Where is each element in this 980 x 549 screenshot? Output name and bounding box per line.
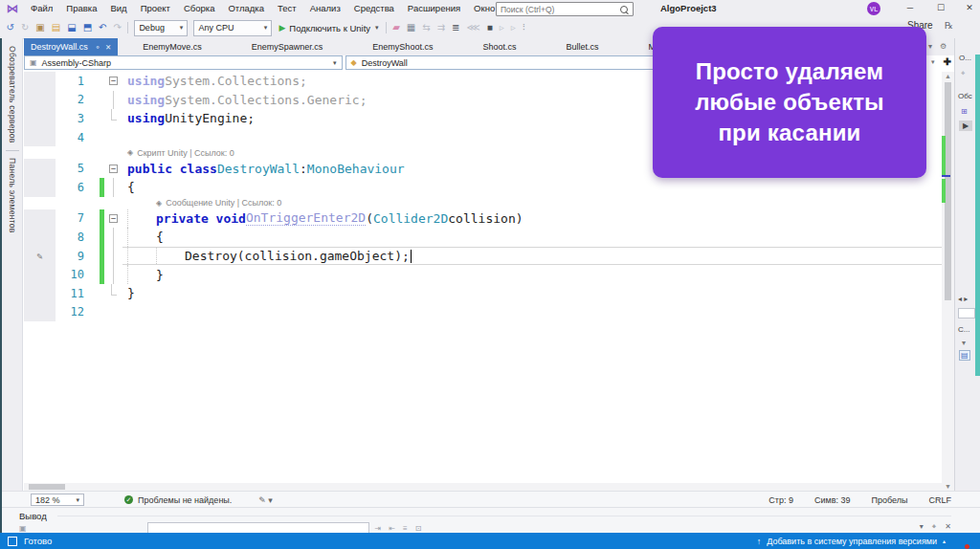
dropdown-arrow-icon[interactable]: ▾	[962, 339, 966, 347]
open-file-icon[interactable]: ▤	[52, 18, 60, 37]
sync-icon[interactable]: ⊞	[961, 107, 968, 116]
fold-margin[interactable]: −	[104, 72, 122, 91]
code-line-7[interactable]: 7−private void OnTriggerEnter2D(Collider…	[24, 209, 942, 229]
bookmark-prev-icon[interactable]: ▹	[500, 18, 504, 37]
close-button[interactable]: ✕	[959, 0, 980, 15]
undo-icon[interactable]: ↶	[99, 18, 106, 37]
output-action-icon[interactable]: ⊡	[415, 524, 422, 533]
code-line-10[interactable]: 10}	[24, 265, 942, 284]
horizontal-scrollbar[interactable]	[24, 483, 942, 491]
platform-dropdown[interactable]: Any CPU▾	[193, 20, 272, 36]
code-line-12[interactable]: 12	[24, 303, 942, 322]
dock-tab-toolbox[interactable]: Панель элементов	[8, 158, 17, 233]
menu-item[interactable]: Тест	[271, 0, 303, 17]
output-action-icon[interactable]: ≡	[403, 524, 408, 533]
scroll-up-icon[interactable]: ▲	[945, 72, 951, 80]
dock-tab-server-explorer[interactable]: Обозреватель серверов	[8, 46, 17, 143]
comment-icon[interactable]: ⋘	[466, 18, 479, 37]
code-text[interactable]: }	[122, 265, 942, 284]
codelens-row[interactable]: ◈Сообщение Unity | Ссылок: 0	[24, 197, 942, 209]
tab-enemyshoot-cs[interactable]: EnemyShoot.cs	[347, 38, 457, 55]
quick-search[interactable]	[496, 2, 634, 16]
code-text[interactable]: {	[122, 228, 942, 247]
performance-icon[interactable]: ▦	[407, 18, 415, 37]
navigate-forward-icon[interactable]: ↻	[21, 18, 29, 37]
avatar[interactable]: VL	[867, 2, 880, 15]
gear-icon[interactable]: ⚙	[940, 42, 947, 51]
code-text[interactable]: Destroy(collision.gameObject);	[122, 247, 942, 266]
position-segment[interactable]: CRLF	[928, 495, 951, 505]
code-line-9[interactable]: ✎9Destroy(collision.gameObject);	[24, 247, 942, 266]
code-text[interactable]: }	[122, 284, 942, 303]
tab-shoot-cs[interactable]: Shoot.cs	[457, 38, 541, 55]
navigate-back-icon[interactable]: ↺	[7, 18, 14, 37]
zoom-dropdown[interactable]: 182 %▾	[31, 494, 84, 506]
code-line-8[interactable]: 8{	[24, 228, 942, 247]
tab-enemyspawner-cs[interactable]: EnemySpawner.cs	[227, 38, 348, 55]
notifications-button[interactable]	[967, 538, 970, 548]
collapse-icon[interactable]: −	[109, 214, 118, 223]
step-over-icon[interactable]: ⇉	[437, 18, 445, 37]
project-dropdown[interactable]: ▣ Assembly-CSharp ▾	[24, 55, 343, 70]
collapse-icon[interactable]: ▶	[959, 121, 972, 131]
minimize-button[interactable]: ─	[900, 0, 921, 15]
add-to-source-control-button[interactable]: ↑ Добавить в систему управления версиями…	[757, 537, 946, 546]
output-control-icon[interactable]: ▾	[920, 522, 924, 532]
menu-item[interactable]: Файл	[24, 0, 59, 17]
menu-item[interactable]: Анализ	[303, 0, 347, 17]
horizontal-scrollbar-thumb[interactable]	[29, 484, 65, 490]
output-panel-title[interactable]: Вывод	[19, 511, 47, 521]
save-icon[interactable]: ⬓	[67, 18, 76, 37]
bookmark-next-icon[interactable]: ▹	[511, 18, 516, 37]
live-share-icon[interactable]: ℞	[945, 20, 953, 31]
position-segment[interactable]: Стр: 9	[768, 495, 793, 505]
close-tab-icon[interactable]: ✕	[105, 43, 111, 52]
maximize-button[interactable]: ☐	[930, 0, 951, 15]
code-cleanup-icon[interactable]: ✎ ▾	[258, 495, 273, 505]
grid-icon[interactable]: ▤	[959, 350, 970, 361]
menu-item[interactable]: Проект	[134, 0, 177, 17]
bookmark-icon[interactable]: ■	[487, 18, 493, 37]
code-text[interactable]: private void OnTriggerEnter2D(Collider2D…	[122, 209, 942, 229]
hot-reload-icon[interactable]: ▰	[392, 18, 400, 37]
indent-icon[interactable]: ≣	[452, 18, 459, 37]
vertical-scrollbar[interactable]: ▲ ▼	[942, 72, 954, 491]
vertical-scrollbar-thumb[interactable]	[945, 82, 951, 300]
pin-icon[interactable]: ⚬	[95, 43, 100, 52]
code-text[interactable]: {	[122, 178, 942, 197]
search-input[interactable]	[497, 5, 620, 14]
menu-item[interactable]: Расширения	[401, 0, 467, 17]
menu-item[interactable]: Отладка	[221, 0, 271, 17]
save-all-icon[interactable]: ⬒	[83, 18, 92, 37]
tab-enemymove-cs[interactable]: EnemyMove.cs	[118, 38, 227, 55]
output-control-icon[interactable]: ✕	[945, 522, 951, 532]
scroll-down-icon[interactable]: ▼	[945, 482, 951, 491]
menu-item[interactable]: Правка	[59, 0, 103, 17]
step-into-icon[interactable]: ⇆	[422, 18, 430, 37]
window-list-icon[interactable]: ▾	[928, 42, 932, 51]
code-text[interactable]	[122, 303, 942, 322]
plus-icon[interactable]: ✚	[944, 56, 951, 67]
menu-item[interactable]: Средства	[347, 0, 401, 17]
output-action-icon[interactable]: ⇥	[375, 524, 382, 533]
code-line-11[interactable]: 11}	[24, 284, 942, 303]
collapse-icon[interactable]: −	[109, 77, 118, 85]
scroll-arrows[interactable]: ◂ ▸	[958, 295, 968, 303]
redo-icon[interactable]: ↷	[113, 18, 121, 37]
tab-bullet-cs[interactable]: Bullet.cs	[541, 38, 623, 55]
fold-margin[interactable]: −	[104, 159, 122, 178]
pin-icon[interactable]: ⌖	[961, 69, 966, 78]
code-line-6[interactable]: 6{	[24, 178, 942, 197]
output-control-icon[interactable]: ⌖	[932, 522, 937, 532]
overflow-icon[interactable]: ⁝	[523, 18, 525, 37]
position-segment[interactable]: Пробелы	[872, 495, 908, 505]
configuration-dropdown[interactable]: Debug▾	[134, 20, 188, 36]
output-action-icon[interactable]: ⇤	[389, 524, 395, 533]
health-text[interactable]: Проблемы не найдены.	[138, 495, 232, 505]
member-dropdown-arrow[interactable]: ▾	[931, 58, 935, 66]
attach-to-unity-button[interactable]: ▶ Подключить к Unity ▾	[278, 23, 378, 33]
search-icon[interactable]	[620, 6, 628, 13]
tab-destroywall-cs[interactable]: DestroyWall.cs⚬✕	[24, 38, 118, 55]
new-project-icon[interactable]: ▣	[35, 18, 44, 37]
menu-item[interactable]: Вид	[103, 0, 133, 17]
